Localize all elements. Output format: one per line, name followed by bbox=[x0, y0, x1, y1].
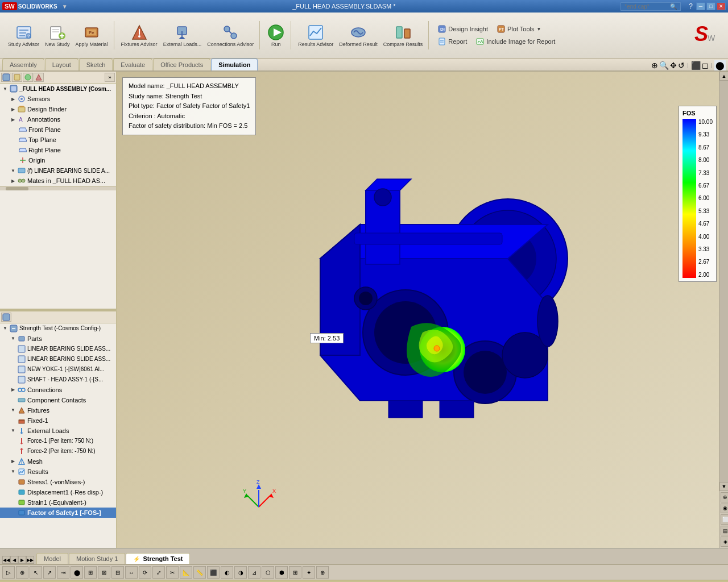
cmd-btn-4[interactable]: ⇥ bbox=[57, 566, 69, 579]
feature-tree[interactable]: ▼ _FULL HEAD ASSEMBLY (Cosm... ▶ Sensors… bbox=[0, 84, 116, 309]
zoom-icon[interactable]: 🔍 bbox=[659, 61, 669, 70]
sim-fos1[interactable]: Factor of Safety1 [-FOS-] bbox=[0, 508, 116, 518]
close-button[interactable]: ✕ bbox=[717, 2, 726, 10]
sim-component-contacts[interactable]: Component Contacts bbox=[0, 395, 116, 405]
run-button[interactable]: Run bbox=[264, 22, 287, 49]
results-advisor-button[interactable]: Results Advisor bbox=[296, 22, 336, 49]
cmd-btn-14[interactable]: 📏 bbox=[193, 566, 206, 579]
tree-design-binder[interactable]: ▶ Design Binder bbox=[0, 104, 116, 114]
cmd-btn-6[interactable]: ⊞ bbox=[84, 566, 97, 579]
scroll-track[interactable] bbox=[719, 81, 728, 482]
sim-ext-loads[interactable]: ▼ External Loads bbox=[0, 426, 116, 436]
bearing-expand[interactable]: ▼ bbox=[9, 167, 17, 174]
cmd-btn-8[interactable]: ⊟ bbox=[111, 566, 124, 579]
feature-btn-4[interactable] bbox=[34, 73, 44, 82]
view-btn-1[interactable]: ⊕ bbox=[721, 492, 728, 502]
annotations-expand[interactable]: ▶ bbox=[9, 115, 17, 123]
feature-btn-1[interactable] bbox=[1, 73, 11, 82]
sim-yoke[interactable]: NEW YOKE-1 (-[SW]6061 Al... bbox=[0, 364, 116, 375]
nav-left-left-btn[interactable]: ◀◀ bbox=[2, 556, 10, 564]
study-advisor-button[interactable]: ? Study Advisor bbox=[6, 22, 42, 49]
tree-annotations[interactable]: ▶ A Annotations bbox=[0, 114, 116, 124]
deformed-result-button[interactable]: Deformed Result bbox=[337, 22, 380, 49]
plot-tools-dropdown-icon[interactable]: ▼ bbox=[537, 27, 541, 32]
menu-file[interactable]: ▼ bbox=[62, 3, 68, 10]
cmd-btn-21[interactable]: ⊞ bbox=[289, 566, 301, 579]
hscroll-thumb[interactable] bbox=[6, 187, 28, 190]
cmd-btn-13[interactable]: 📐 bbox=[180, 566, 192, 579]
view-icon-1[interactable]: ⊕ bbox=[651, 61, 658, 70]
parts-expand[interactable]: ▼ bbox=[9, 335, 17, 343]
collapse-btn[interactable]: » bbox=[105, 73, 115, 82]
viewport[interactable]: Model name: _FULL HEAD ASSEMBLY Study na… bbox=[117, 72, 728, 548]
tab-simulation[interactable]: Simulation bbox=[211, 59, 258, 70]
scroll-down-btn[interactable]: ▼ bbox=[719, 482, 728, 491]
cmd-btn-15[interactable]: ⬛ bbox=[207, 566, 220, 579]
nav-right-btn[interactable]: ▶ bbox=[18, 556, 26, 564]
external-loads-button[interactable]: External Loads... bbox=[161, 22, 204, 49]
tree-linear-bearing[interactable]: ▼ (f) LINEAR BEARING SLIDE A... bbox=[0, 165, 116, 176]
include-image-button[interactable]: Include Image for Report bbox=[473, 36, 559, 47]
cmd-btn-12[interactable]: ✂ bbox=[166, 566, 179, 579]
maximize-button[interactable]: □ bbox=[706, 2, 715, 10]
cmd-btn-23[interactable]: ⊕ bbox=[316, 566, 329, 579]
sim-force1[interactable]: Force-1 (Per item: 750 N:) bbox=[0, 436, 116, 446]
sim-mesh[interactable]: ▶ Mesh bbox=[0, 456, 116, 467]
view-btn-5[interactable]: ◈ bbox=[721, 537, 728, 547]
cmd-btn-9[interactable]: ↔ bbox=[125, 566, 138, 579]
nav-right-right-btn[interactable]: ▶▶ bbox=[26, 556, 34, 564]
binder-expand[interactable]: ▶ bbox=[9, 105, 17, 113]
tree-mates[interactable]: ▶ Mates in _FULL HEAD AS... bbox=[0, 176, 116, 186]
sim-force2[interactable]: Force-2 (Per item: -750 N:) bbox=[0, 446, 116, 456]
fixtures-advisor-button[interactable]: Fixtures Advisor bbox=[119, 22, 160, 49]
cmd-btn-5[interactable]: ⬤ bbox=[71, 566, 83, 579]
design-insight-button[interactable]: Di Design Insight bbox=[435, 24, 491, 34]
sim-root-expand[interactable]: ▼ bbox=[1, 325, 9, 332]
sim-parts[interactable]: ▼ Parts bbox=[0, 334, 116, 344]
apply-material-button[interactable]: Fe Apply Material bbox=[73, 22, 110, 49]
tree-origin[interactable]: Origin bbox=[0, 155, 116, 165]
tab-layout[interactable]: Layout bbox=[45, 59, 78, 70]
tree-right-plane[interactable]: Right Plane bbox=[0, 145, 116, 155]
mesh-expand[interactable]: ▶ bbox=[9, 458, 17, 465]
cmd-btn-17[interactable]: ◑ bbox=[234, 566, 247, 579]
tab-assembly[interactable]: Assembly bbox=[2, 59, 44, 70]
view-btn-2[interactable]: ◉ bbox=[721, 504, 728, 514]
cmd-btn-3[interactable]: ↗ bbox=[43, 566, 56, 579]
nav-left-btn[interactable]: ◀ bbox=[10, 556, 18, 564]
tab-office-products[interactable]: Office Products bbox=[153, 59, 210, 70]
sim-displacement1[interactable]: Displacement1 (-Res disp-) bbox=[0, 487, 116, 497]
new-study-button[interactable]: New Study bbox=[43, 22, 72, 49]
sim-shaft[interactable]: SHAFT - HEAD ASSY-1 (-[S... bbox=[0, 375, 116, 385]
report-button[interactable]: Report bbox=[435, 36, 470, 47]
root-expand-arrow[interactable]: ▼ bbox=[1, 85, 9, 93]
feature-btn-2[interactable] bbox=[12, 73, 22, 82]
cmd-btn-18[interactable]: ⊿ bbox=[248, 566, 260, 579]
sim-fixed1[interactable]: Fixed-1 bbox=[0, 415, 116, 426]
minimize-button[interactable]: ─ bbox=[696, 2, 705, 10]
view-icon-2[interactable]: ⬛ bbox=[691, 61, 701, 70]
bottom-tab-strength[interactable]: ⚡ Strength Test bbox=[126, 553, 190, 564]
tree-root-item[interactable]: ▼ _FULL HEAD ASSEMBLY (Cosm... bbox=[0, 84, 116, 94]
conn-expand[interactable]: ▶ bbox=[9, 386, 17, 394]
sim-fixtures[interactable]: ▼ Fixtures bbox=[0, 405, 116, 415]
display-state-icon[interactable]: ⬤ bbox=[714, 60, 726, 70]
sim-connections[interactable]: ▶ Connections bbox=[0, 385, 116, 395]
tab-evaluate[interactable]: Evaluate bbox=[113, 59, 152, 70]
search-icon[interactable]: 🔍 bbox=[670, 3, 677, 10]
tree-hscroll[interactable] bbox=[0, 186, 116, 190]
view-icon-3[interactable]: ◻ bbox=[702, 61, 709, 70]
tree-sensors[interactable]: ▶ Sensors bbox=[0, 94, 116, 104]
cmd-btn-7[interactable]: ⊠ bbox=[98, 566, 110, 579]
sim-lbs1[interactable]: LINEAR BEARING SLIDE ASS... bbox=[0, 344, 116, 354]
connections-advisor-button[interactable]: Connections Advisor bbox=[205, 22, 256, 49]
sim-root[interactable]: ▼ Strength Test (-Cosmos Config-) bbox=[0, 323, 116, 334]
cmd-btn-2[interactable]: ⊕ bbox=[16, 566, 28, 579]
pan-icon[interactable]: ✥ bbox=[670, 61, 677, 70]
tree-top-plane[interactable]: Top Plane bbox=[0, 135, 116, 145]
fix-expand[interactable]: ▼ bbox=[9, 406, 17, 414]
cmd-btn-16[interactable]: ◐ bbox=[221, 566, 233, 579]
help-icon[interactable]: ? bbox=[689, 2, 693, 11]
sim-results[interactable]: ▼ Results bbox=[0, 467, 116, 477]
compare-results-button[interactable]: Compare Results bbox=[381, 22, 425, 49]
